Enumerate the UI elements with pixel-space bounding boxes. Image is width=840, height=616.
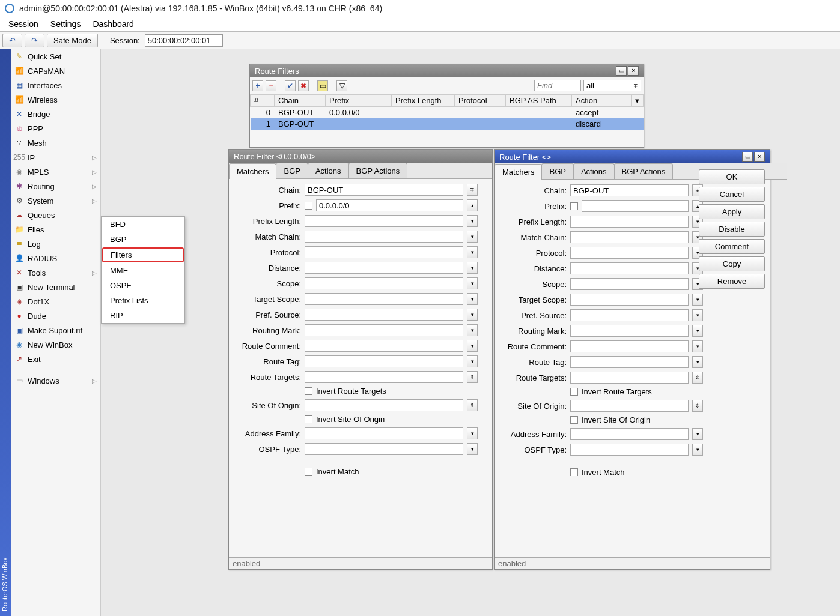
- ospf-type-dropdown[interactable]: ▾: [692, 444, 703, 456]
- ok-button[interactable]: OK: [699, 169, 765, 184]
- pref-source-input[interactable]: [305, 309, 463, 321]
- disable-button[interactable]: Disable: [699, 222, 765, 237]
- check-im-checkbox[interactable]: [570, 468, 578, 476]
- prefix-input[interactable]: [582, 200, 689, 212]
- route-targets-dropdown[interactable]: ⇕: [692, 372, 703, 384]
- comment-button[interactable]: Comment: [699, 239, 765, 254]
- tab-bgp[interactable]: BGP: [276, 163, 308, 178]
- route-tag-dropdown[interactable]: ▾: [692, 356, 703, 368]
- cancel-button[interactable]: Cancel: [699, 187, 765, 202]
- prefix-length-dropdown[interactable]: ▾: [467, 215, 478, 227]
- route-targets-input[interactable]: [570, 372, 689, 384]
- route-filters-title[interactable]: Route Filters ▭ ✕: [250, 64, 644, 77]
- sidebar-item-make-supout.rif[interactable]: ▣Make Supout.rif: [11, 323, 100, 337]
- menu-settings[interactable]: Settings: [46, 18, 86, 30]
- dialog-right-title[interactable]: Route Filter <> ▭ ✕: [495, 150, 770, 163]
- scope-input[interactable]: [305, 277, 463, 289]
- scope-dropdown[interactable]: ▾: [467, 277, 478, 289]
- target-scope-input[interactable]: [570, 294, 689, 306]
- sidebar-item-radius[interactable]: 👤RADIUS: [11, 251, 100, 265]
- tab-matchers[interactable]: Matchers: [229, 163, 276, 179]
- sidebar-item-dot1x[interactable]: ◈Dot1X: [11, 294, 100, 309]
- submenu-ospf[interactable]: OSPF: [102, 278, 184, 293]
- site-of-origin-dropdown[interactable]: ⇕: [467, 399, 478, 411]
- route-comment-dropdown[interactable]: ▾: [467, 340, 478, 352]
- submenu-mme[interactable]: MME: [102, 263, 184, 278]
- table-row[interactable]: 0BGP-OUT0.0.0.0/0accept: [251, 107, 644, 119]
- target-scope-dropdown[interactable]: ▾: [467, 293, 478, 305]
- sidebar-item-tools[interactable]: ✕Tools▷: [11, 265, 100, 280]
- col-prefix[interactable]: Prefix: [326, 95, 392, 107]
- sidebar-item-ppp[interactable]: ⎚PPP: [11, 121, 100, 136]
- site-of-origin-dropdown[interactable]: ⇕: [692, 400, 703, 412]
- close-icon[interactable]: ✕: [628, 66, 639, 76]
- undo-button[interactable]: ↶: [2, 34, 22, 47]
- tab-matchers[interactable]: Matchers: [495, 164, 542, 180]
- match-chain-input[interactable]: [570, 231, 689, 243]
- filter-select[interactable]: all∓: [583, 80, 641, 91]
- remove-button[interactable]: Remove: [699, 274, 765, 289]
- site-of-origin-input[interactable]: [305, 399, 463, 411]
- routing-mark-dropdown[interactable]: ▾: [692, 325, 703, 337]
- route-tag-dropdown[interactable]: ▾: [467, 355, 478, 367]
- prefix-input[interactable]: [316, 199, 463, 211]
- pref-source-input[interactable]: [570, 309, 689, 321]
- col-plen[interactable]: Prefix Length: [392, 95, 455, 107]
- tab-bgp-actions[interactable]: BGP Actions: [614, 163, 674, 179]
- col-aspath[interactable]: BGP AS Path: [506, 95, 572, 107]
- sidebar-item-bridge[interactable]: ✕Bridge: [11, 107, 100, 121]
- close-icon[interactable]: ✕: [754, 152, 765, 162]
- route-tag-input[interactable]: [305, 355, 463, 367]
- submenu-bgp[interactable]: BGP: [102, 232, 184, 247]
- sidebar-item-new-winbox[interactable]: ◉New WinBox: [11, 337, 100, 352]
- route-targets-input[interactable]: [305, 371, 463, 383]
- sidebar-item-wireless[interactable]: 📶Wireless: [11, 92, 100, 107]
- pref-source-dropdown[interactable]: ▾: [692, 309, 703, 321]
- sidebar-item-exit[interactable]: ↗Exit: [11, 352, 100, 366]
- tab-actions[interactable]: Actions: [573, 163, 615, 179]
- check-iso-checkbox[interactable]: [570, 416, 578, 424]
- tab-bgp[interactable]: BGP: [541, 163, 573, 179]
- scope-input[interactable]: [570, 278, 689, 290]
- safe-mode-button[interactable]: Safe Mode: [47, 34, 98, 47]
- ospf-type-input[interactable]: [570, 444, 689, 456]
- protocol-input[interactable]: [305, 246, 463, 258]
- chain-dropdown[interactable]: ∓: [467, 184, 478, 196]
- redo-button[interactable]: ↷: [25, 34, 44, 47]
- route-comment-input[interactable]: [570, 340, 689, 352]
- copy-button[interactable]: Copy: [699, 256, 765, 271]
- sidebar-item-windows[interactable]: ▭Windows▷: [11, 373, 100, 388]
- table-row[interactable]: 1BGP-OUTdiscard: [251, 118, 644, 130]
- address-family-dropdown[interactable]: ▾: [692, 428, 703, 440]
- target-scope-dropdown[interactable]: ▾: [692, 294, 703, 306]
- sidebar-item-dude[interactable]: ●Dude: [11, 309, 100, 323]
- sidebar-item-mpls[interactable]: ◉MPLS▷: [11, 165, 100, 179]
- route-comment-dropdown[interactable]: ▾: [692, 340, 703, 352]
- col-num[interactable]: #: [251, 95, 275, 107]
- sidebar-item-system[interactable]: ⚙System▷: [11, 193, 100, 208]
- sidebar-item-interfaces[interactable]: ▦Interfaces: [11, 78, 100, 92]
- tab-actions[interactable]: Actions: [308, 163, 349, 178]
- prefix-enable-checkbox[interactable]: [305, 202, 312, 210]
- col-proto[interactable]: Protocol: [455, 95, 506, 107]
- sidebar-item-ip[interactable]: 255IP▷: [11, 150, 100, 165]
- submenu-prefix-lists[interactable]: Prefix Lists: [102, 293, 184, 308]
- tab-bgp-actions[interactable]: BGP Actions: [348, 163, 408, 178]
- dialog-left-title[interactable]: Route Filter <0.0.0.0/0>: [229, 150, 492, 163]
- disable-icon[interactable]: ✖: [298, 80, 309, 91]
- check-im-checkbox[interactable]: [305, 468, 312, 476]
- match-chain-dropdown[interactable]: ▾: [467, 231, 478, 243]
- filter-icon[interactable]: ▽: [336, 80, 347, 91]
- remove-icon[interactable]: −: [266, 80, 276, 91]
- submenu-rip[interactable]: RIP: [102, 308, 184, 323]
- add-icon[interactable]: +: [252, 80, 263, 91]
- session-input[interactable]: 50:00:00:02:00:01: [145, 34, 223, 47]
- prefix-dropdown[interactable]: ▴: [467, 199, 478, 211]
- menu-dashboard[interactable]: Dashboard: [88, 18, 139, 30]
- route-targets-dropdown[interactable]: ⇕: [467, 371, 478, 383]
- find-input[interactable]: [534, 80, 581, 91]
- routing-mark-input[interactable]: [570, 325, 689, 337]
- check-irt-checkbox[interactable]: [305, 387, 312, 395]
- sidebar-item-queues[interactable]: ☁Queues: [11, 208, 100, 222]
- protocol-input[interactable]: [570, 247, 689, 259]
